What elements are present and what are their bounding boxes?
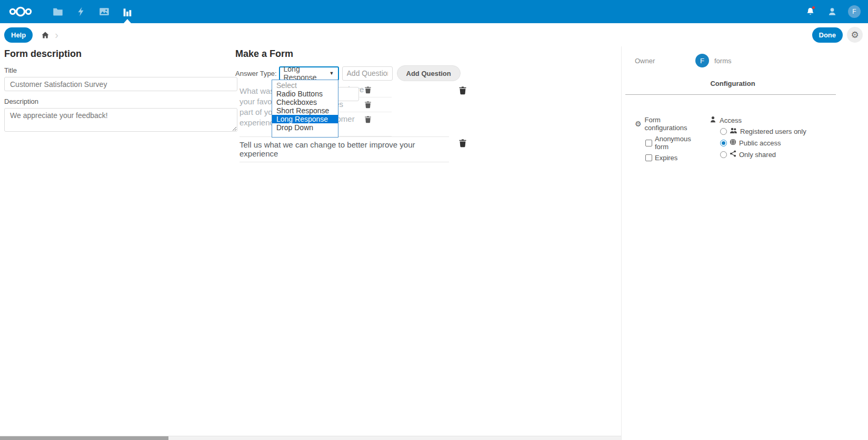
dropdown-option-select[interactable]: Select xyxy=(272,81,338,90)
notifications-bell-icon[interactable] xyxy=(804,5,816,18)
access-label: Access xyxy=(720,116,742,124)
secondary-toolbar: Help › Done ⚙ xyxy=(0,23,868,46)
description-label: Description xyxy=(4,97,237,105)
make-form-panel: Make a Form Answer Type: Long Response ▼… xyxy=(235,46,621,440)
settings-sidebar: Owner F forms Configuration ⚙ Form confi… xyxy=(621,46,868,440)
share-icon xyxy=(730,150,736,159)
form-description-panel: Form description Title Description We ap… xyxy=(0,46,235,440)
public-access-option[interactable]: Public access xyxy=(720,139,806,147)
dropdown-option-short-response[interactable]: Short Response xyxy=(272,106,338,115)
configuration-columns: ⚙ Form configurations Anonymous form Exp… xyxy=(635,116,868,162)
configuration-heading: Configuration xyxy=(635,80,831,87)
active-app-indicator xyxy=(124,19,131,23)
top-header-bar: F xyxy=(0,0,868,23)
delete-answer-trash-icon[interactable] xyxy=(364,86,372,96)
app-photos-image-icon[interactable] xyxy=(93,0,116,23)
owner-name: forms xyxy=(714,57,732,65)
dropdown-option-radio-buttons[interactable]: Radio Buttons xyxy=(272,90,338,98)
answer-type-dropdown-list: Select Radio Buttons Checkboxes Short Re… xyxy=(272,80,338,138)
access-group: Access Registered users only Public acce… xyxy=(710,116,806,162)
access-person-icon xyxy=(710,116,716,124)
delete-question-trash-icon[interactable] xyxy=(458,139,467,150)
select-caret-icon: ▼ xyxy=(330,71,334,76)
answer-type-label: Answer Type: xyxy=(235,70,277,77)
add-question-input[interactable] xyxy=(342,66,393,81)
expires-checkbox[interactable] xyxy=(645,154,652,161)
settings-gear-icon[interactable]: ⚙ xyxy=(847,27,863,43)
help-button[interactable]: Help xyxy=(4,27,33,43)
topbar-right-group: F xyxy=(804,5,868,18)
add-question-row: Answer Type: Long Response ▼ Add Questio… xyxy=(235,65,621,81)
question-text[interactable]: Tell us what we can change to better imp… xyxy=(240,140,449,158)
only-shared-option[interactable]: Only shared xyxy=(720,150,806,159)
delete-question-trash-icon[interactable] xyxy=(458,86,467,97)
form-description-heading: Form description xyxy=(4,47,237,60)
horizontal-scrollbar[interactable] xyxy=(0,436,621,440)
owner-row: Owner F forms xyxy=(635,54,868,67)
dropdown-option-checkboxes[interactable]: Checkboxes xyxy=(272,98,338,106)
form-description-textarea[interactable]: We appreciate your feedback! xyxy=(4,108,237,132)
contacts-person-icon[interactable] xyxy=(826,5,839,18)
title-label: Title xyxy=(4,66,237,74)
question-row: What was your favorite part of your expe… xyxy=(235,83,470,136)
add-question-button[interactable]: Add Question xyxy=(397,65,461,81)
owner-label: Owner xyxy=(635,57,695,65)
main-area: Form description Title Description We ap… xyxy=(0,46,621,440)
app-forms-chart-icon[interactable] xyxy=(116,0,139,23)
delete-answer-trash-icon[interactable] xyxy=(364,101,372,111)
dropdown-option-drop-down[interactable]: Drop Down xyxy=(272,123,338,132)
app-menu xyxy=(46,0,139,23)
expires-option[interactable]: Expires xyxy=(645,154,703,162)
registered-users-label: Registered users only xyxy=(740,128,806,135)
only-shared-radio[interactable] xyxy=(720,151,727,158)
user-avatar[interactable]: F xyxy=(848,5,861,18)
anonymous-form-option[interactable]: Anonymous form xyxy=(645,135,703,151)
public-access-label: Public access xyxy=(739,139,781,147)
group-users-icon xyxy=(730,128,737,135)
only-shared-label: Only shared xyxy=(739,151,776,159)
anonymous-form-label: Anonymous form xyxy=(655,135,703,151)
breadcrumb-home-icon[interactable] xyxy=(41,31,49,39)
owner-avatar: F xyxy=(695,54,709,67)
anonymous-form-checkbox[interactable] xyxy=(645,140,652,146)
notification-badge-dot xyxy=(812,6,815,9)
form-config-gear-icon: ⚙ xyxy=(635,120,642,128)
form-title-input[interactable] xyxy=(4,77,237,91)
done-button[interactable]: Done xyxy=(812,27,843,43)
dropdown-option-long-response[interactable]: Long Response xyxy=(272,115,338,123)
breadcrumb-chevron-icon: › xyxy=(55,29,58,41)
expires-label: Expires xyxy=(655,154,677,162)
toolbar-right-group: Done ⚙ xyxy=(812,27,863,43)
registered-users-radio[interactable] xyxy=(720,128,727,135)
horizontal-scrollbar-thumb[interactable] xyxy=(0,436,168,440)
app-activity-bolt-icon[interactable] xyxy=(69,0,93,23)
app-files-folder-icon[interactable] xyxy=(46,0,69,23)
delete-answer-trash-icon[interactable] xyxy=(364,115,372,125)
make-form-heading: Make a Form xyxy=(235,47,621,60)
question-row: Tell us what we can change to better imp… xyxy=(235,136,470,162)
registered-users-option[interactable]: Registered users only xyxy=(720,128,806,135)
nextcloud-logo-icon[interactable] xyxy=(8,5,33,18)
form-configurations-label: Form configurations xyxy=(645,116,703,132)
public-access-radio[interactable] xyxy=(720,140,727,146)
globe-icon xyxy=(730,139,736,147)
question-list: What was your favorite part of your expe… xyxy=(235,83,470,162)
form-configurations-group: ⚙ Form configurations Anonymous form Exp… xyxy=(635,116,703,162)
page-content: Form description Title Description We ap… xyxy=(0,46,868,440)
answer-type-select[interactable]: Long Response ▼ xyxy=(279,66,339,81)
configuration-divider xyxy=(625,94,836,95)
